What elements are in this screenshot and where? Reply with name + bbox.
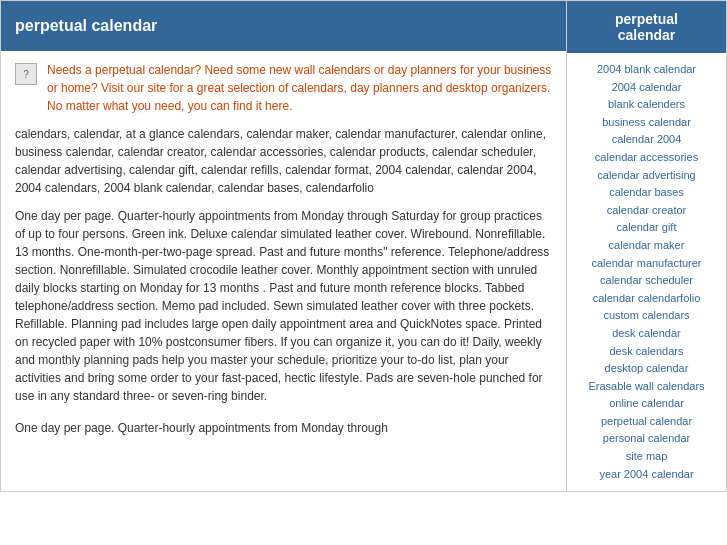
sidebar-header: perpetualcalendar xyxy=(567,1,726,53)
sidebar-link[interactable]: blank calenders xyxy=(573,96,720,114)
sidebar-link[interactable]: year 2004 calendar xyxy=(573,466,720,484)
sidebar-link[interactable]: calendar creator xyxy=(573,202,720,220)
sidebar-link[interactable]: personal calendar xyxy=(573,430,720,448)
sidebar-link[interactable]: calendar gift xyxy=(573,219,720,237)
image-placeholder-icon: ? xyxy=(15,63,37,85)
sidebar-link[interactable]: calendar calendarfolio xyxy=(573,290,720,308)
sidebar: perpetualcalendar 2004 blank calendar200… xyxy=(567,0,727,492)
intro-section: ? Needs a perpetual calendar? Need some … xyxy=(15,61,552,115)
page-title: perpetual calendar xyxy=(15,17,157,35)
description-text-2: One day per page. Quarter-hourly appoint… xyxy=(15,419,552,437)
sidebar-link[interactable]: calendar advertising xyxy=(573,167,720,185)
main-body: ? Needs a perpetual calendar? Need some … xyxy=(1,51,566,447)
sidebar-link[interactable]: perpetual calendar xyxy=(573,413,720,431)
description-text-1: One day per page. Quarter-hourly appoint… xyxy=(15,207,552,405)
main-content: perpetual calendar ? Needs a perpetual c… xyxy=(0,0,567,492)
intro-text: Needs a perpetual calendar? Need some ne… xyxy=(47,61,552,115)
sidebar-link[interactable]: Erasable wall calendars xyxy=(573,378,720,396)
sidebar-link[interactable]: desk calendar xyxy=(573,325,720,343)
sidebar-link[interactable]: online calendar xyxy=(573,395,720,413)
sidebar-link[interactable]: calendar scheduler xyxy=(573,272,720,290)
sidebar-link[interactable]: calendar bases xyxy=(573,184,720,202)
sidebar-link[interactable]: desktop calendar xyxy=(573,360,720,378)
sidebar-link[interactable]: calendar maker xyxy=(573,237,720,255)
sidebar-link[interactable]: calendar manufacturer xyxy=(573,255,720,273)
sidebar-link[interactable]: calendar 2004 xyxy=(573,131,720,149)
keywords-text: calendars, calendar, at a glance calenda… xyxy=(15,125,552,197)
sidebar-link[interactable]: site map xyxy=(573,448,720,466)
sidebar-link[interactable]: business calendar xyxy=(573,114,720,132)
main-header: perpetual calendar xyxy=(1,1,566,51)
sidebar-link[interactable]: calendar accessories xyxy=(573,149,720,167)
sidebar-link[interactable]: desk calendars xyxy=(573,343,720,361)
sidebar-link[interactable]: custom calendars xyxy=(573,307,720,325)
sidebar-link[interactable]: 2004 calendar xyxy=(573,79,720,97)
sidebar-title: perpetualcalendar xyxy=(615,11,678,43)
sidebar-link[interactable]: 2004 blank calendar xyxy=(573,61,720,79)
sidebar-body: 2004 blank calendar2004 calendarblank ca… xyxy=(567,53,726,491)
